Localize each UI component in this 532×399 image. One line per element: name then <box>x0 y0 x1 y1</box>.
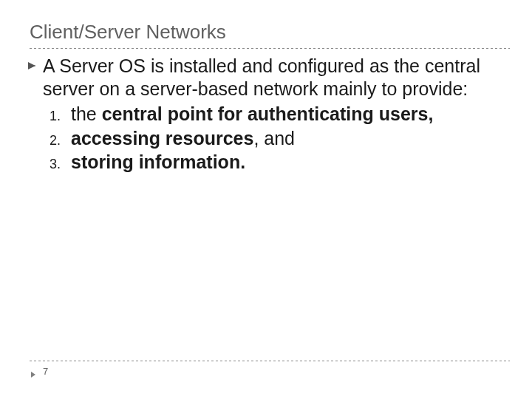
number-label: 1. <box>46 109 61 124</box>
slide-title: Client/Server Networks <box>30 21 532 44</box>
list-item: 2. accessing resources, and <box>46 127 517 150</box>
footer: 7 <box>30 361 510 377</box>
list-item-text: accessing resources, and <box>71 127 295 150</box>
chevron-right-icon <box>30 368 37 375</box>
footer-divider <box>30 361 510 361</box>
page-number: 7 <box>43 366 48 377</box>
list-item: 3. storing information. <box>46 151 517 174</box>
slide-content: A Server OS is installed and configured … <box>0 49 532 174</box>
intro-text: A Server OS is installed and configured … <box>43 55 517 100</box>
list-item-text: storing information. <box>71 151 245 174</box>
number-label: 2. <box>46 133 61 149</box>
list-item: 1. the central point for authenticating … <box>46 103 517 126</box>
list-item-text: the central point for authenticating use… <box>71 103 433 126</box>
number-label: 3. <box>46 157 61 172</box>
bullet-icon <box>27 61 37 71</box>
